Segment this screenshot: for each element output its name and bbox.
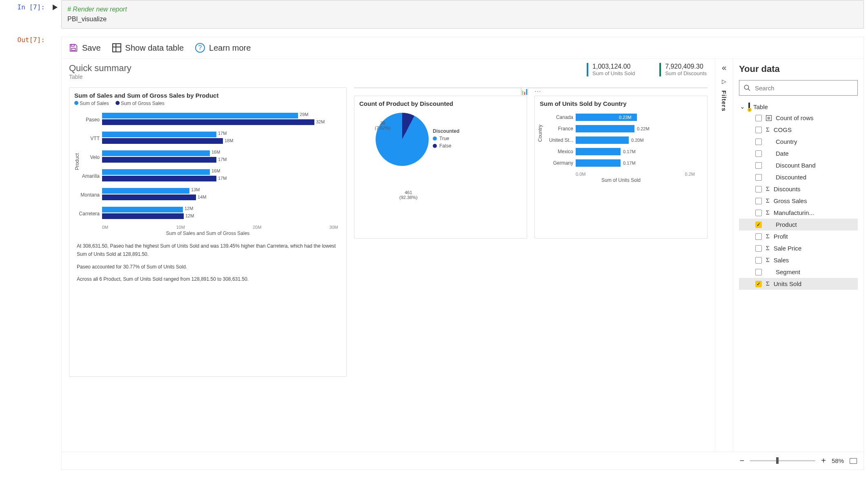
collapse-icon[interactable]: «: [722, 63, 726, 72]
filters-rail[interactable]: « ▷ Filters: [715, 59, 733, 452]
checkbox[interactable]: [755, 150, 762, 157]
bar-row[interactable]: Mexico0.17M: [576, 147, 701, 159]
checkbox[interactable]: [755, 233, 762, 240]
field-profit[interactable]: ΣProfit: [739, 230, 858, 242]
checkbox[interactable]: [755, 210, 762, 216]
search-icon: [743, 84, 751, 92]
bar-row[interactable]: Canada0.23M: [576, 113, 701, 124]
bar-row[interactable]: United St...0.20M: [576, 136, 701, 147]
checkbox[interactable]: [755, 162, 762, 169]
run-cell-icon[interactable]: [49, 0, 61, 29]
data-pane-title: Your data: [739, 64, 858, 74]
checkbox[interactable]: [755, 281, 762, 287]
bar-row[interactable]: Germany0.17M: [576, 159, 701, 170]
field-sales[interactable]: ΣSales: [739, 254, 858, 266]
bar-row[interactable]: Montana 13M 14M: [102, 186, 338, 204]
pbi-toolbar: Save Show data table ? Learn more: [62, 37, 864, 59]
data-pane: Your data ⌄ ✓ Table: [733, 59, 864, 452]
help-icon: ?: [195, 43, 205, 53]
checkbox[interactable]: [755, 186, 762, 192]
show-data-table-button[interactable]: Show data table: [112, 43, 184, 53]
field-units-sold[interactable]: ΣUnits Sold: [739, 278, 858, 290]
zoom-slider[interactable]: [750, 460, 815, 461]
field-cogs[interactable]: ΣCOGS: [739, 124, 858, 136]
bar-row[interactable]: Velo 16M 17M: [102, 148, 338, 167]
pbi-report: Save Show data table ? Learn more Quick …: [61, 37, 864, 470]
table-node[interactable]: ⌄ ✓ Table: [739, 101, 858, 112]
status-bar: − + 58%: [62, 452, 864, 470]
checkbox[interactable]: [755, 221, 762, 228]
svg-line-4: [748, 89, 750, 91]
checkbox[interactable]: [755, 245, 762, 252]
in-prompt: In [7]:: [0, 0, 49, 29]
field-product[interactable]: Product: [739, 219, 858, 230]
checkbox[interactable]: [755, 198, 762, 204]
svg-rect-1: [71, 45, 74, 47]
checkbox[interactable]: [755, 127, 762, 133]
svg-rect-2: [71, 48, 75, 51]
field-discounts[interactable]: ΣDiscounts: [739, 183, 858, 195]
field-segment[interactable]: Segment: [739, 266, 858, 278]
bar-row[interactable]: Amarilla 16M 17M: [102, 167, 338, 186]
units-by-country-chart[interactable]: Sum of Units Sold by Country Country Can…: [534, 96, 708, 239]
save-button[interactable]: Save: [69, 43, 101, 53]
checkbox[interactable]: [755, 257, 762, 264]
save-icon: [69, 43, 78, 52]
sales-by-product-chart[interactable]: Sum of Sales and Sum of Gross Sales by P…: [69, 87, 347, 377]
zoom-out-button[interactable]: −: [740, 456, 745, 465]
field-gross-sales[interactable]: ΣGross Sales: [739, 195, 858, 207]
svg-point-3: [744, 85, 749, 89]
fit-to-page-icon[interactable]: [850, 458, 857, 464]
zoom-in-button[interactable]: +: [821, 456, 826, 465]
search-input[interactable]: [739, 80, 858, 96]
field-discount-band[interactable]: Discount Band: [739, 159, 858, 171]
filter-icon: ▷: [722, 78, 726, 85]
visual-action-icons[interactable]: 📊 ⋯: [521, 87, 541, 95]
checkbox[interactable]: [755, 139, 762, 145]
table-icon: [112, 43, 121, 52]
checkbox[interactable]: [755, 269, 762, 275]
checkbox[interactable]: [755, 174, 762, 181]
svg-marker-0: [53, 4, 58, 10]
kpi-discounts: 7,920,409.30 Sum of Discounts: [659, 63, 707, 76]
field-date[interactable]: Date: [739, 148, 858, 159]
field-count-of-rows[interactable]: ⊞Count of rows: [739, 112, 858, 124]
field-discounted[interactable]: Discounted: [739, 171, 858, 183]
discounted-pie-chart[interactable]: Count of Product by Discounted 38(7.62%): [354, 96, 527, 239]
field-sale-price[interactable]: ΣSale Price: [739, 242, 858, 254]
out-prompt: Out[7]:: [0, 33, 49, 470]
checkbox[interactable]: [755, 115, 762, 121]
field-country[interactable]: Country: [739, 136, 858, 148]
code-cell[interactable]: # Render new report PBI_visualize: [61, 0, 864, 29]
bar-row[interactable]: Carretera 12M 12M: [102, 204, 338, 223]
bar-row[interactable]: Paseo 29M 32M: [102, 110, 338, 129]
kpi-units-sold: 1,003,124.00 Sum of Units Sold: [587, 63, 635, 76]
zoom-level: 58%: [832, 457, 844, 464]
learn-more-button[interactable]: ? Learn more: [195, 43, 251, 53]
bar-row[interactable]: France0.22M: [576, 124, 701, 136]
chevron-down-icon: ⌄: [740, 103, 745, 110]
bar-row[interactable]: VTT 17M 18M: [102, 129, 338, 148]
field-manufacturin-[interactable]: ΣManufacturin...: [739, 207, 858, 219]
